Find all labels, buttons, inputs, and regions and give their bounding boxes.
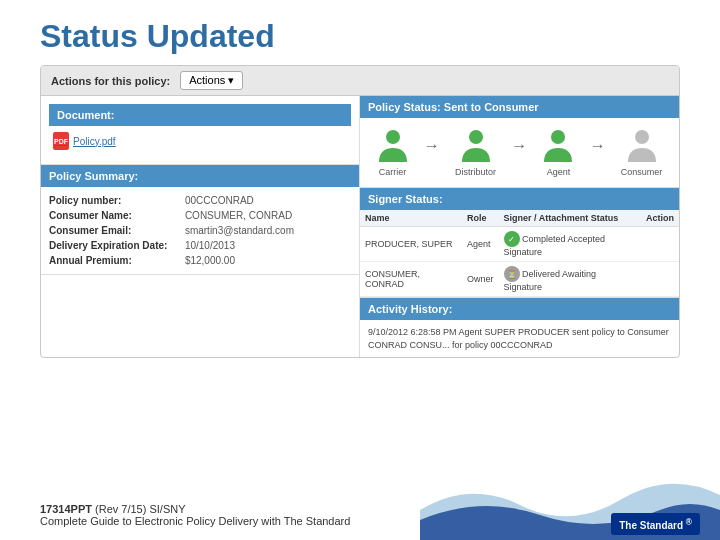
document-header: Document: — [49, 104, 351, 126]
document-section: Document: PDF Policy.pdf — [41, 96, 359, 165]
policy-row-label: Delivery Expiration Date: — [49, 240, 185, 251]
signer-role: Agent — [462, 227, 499, 262]
policy-status-header: Policy Status: Sent to Consumer — [360, 96, 679, 118]
activity-header: Activity History: — [360, 298, 679, 320]
right-column: Policy Status: Sent to Consumer Carrier … — [360, 96, 679, 357]
status-step: Agent — [542, 128, 574, 177]
footer-rev: (Rev 7/15) — [95, 503, 146, 515]
svg-point-0 — [386, 130, 400, 144]
signer-status: ⏳ Delivered Awaiting Signature — [499, 262, 641, 297]
logo-area: The Standard ® — [611, 513, 700, 535]
left-column: Document: PDF Policy.pdf Policy Summary:… — [41, 96, 360, 357]
status-pending-icon: ⏳ — [504, 266, 520, 282]
signer-table-header-row: NameRoleSigner / Attachment StatusAction — [360, 210, 679, 227]
footer-desc: Complete Guide to Electronic Policy Deli… — [40, 515, 350, 527]
policy-row: Consumer Name: CONSUMER, CONRAD — [49, 208, 351, 223]
the-standard-logo: The Standard ® — [611, 513, 700, 535]
policy-pdf-link[interactable]: PDF Policy.pdf — [53, 132, 347, 150]
policy-row-value: CONSUMER, CONRAD — [185, 210, 292, 221]
footer-text: 17314PPT (Rev 7/15) SI/SNY Complete Guid… — [40, 503, 350, 527]
step-label: Agent — [547, 167, 571, 177]
status-arrow: → — [590, 137, 606, 169]
footer-bar: 17314PPT (Rev 7/15) SI/SNY Complete Guid… — [0, 490, 720, 540]
person-icon — [377, 128, 409, 164]
step-label: Carrier — [379, 167, 407, 177]
person-icon — [542, 128, 574, 164]
pdf-icon: PDF — [53, 132, 69, 150]
signer-status: ✓ Completed Accepted Signature — [499, 227, 641, 262]
signer-section: Signer Status: NameRoleSigner / Attachme… — [360, 188, 679, 298]
svg-point-3 — [635, 130, 649, 144]
policy-row: Annual Premium: $12,000.00 — [49, 253, 351, 268]
status-flow: Carrier → Distributor → Agent → Consumer — [360, 118, 679, 187]
policy-row: Consumer Email: smartin3@standard.com — [49, 223, 351, 238]
main-columns: Document: PDF Policy.pdf Policy Summary:… — [41, 96, 679, 357]
policy-row: Delivery Expiration Date: 10/10/2013 — [49, 238, 351, 253]
signer-table-body: PRODUCER, SUPER Agent ✓ Completed Accept… — [360, 227, 679, 297]
doc-number: 17314PPT — [40, 503, 92, 515]
signer-role: Owner — [462, 262, 499, 297]
policy-row-value: smartin3@standard.com — [185, 225, 294, 236]
activity-entry: 9/10/2012 6:28:58 PM Agent SUPER PRODUCE… — [360, 320, 679, 357]
status-step: Consumer — [621, 128, 663, 177]
step-label: Distributor — [455, 167, 496, 177]
person-icon — [626, 128, 658, 164]
status-step: Distributor — [455, 128, 496, 177]
pdf-filename: Policy.pdf — [73, 136, 116, 147]
activity-section: Activity History: 9/10/2012 6:28:58 PM A… — [360, 298, 679, 357]
signer-name: CONSUMER, CONRAD — [360, 262, 462, 297]
signer-col-header: Role — [462, 210, 499, 227]
signer-action — [641, 262, 679, 297]
signer-col-header: Signer / Attachment Status — [499, 210, 641, 227]
svg-point-2 — [551, 130, 565, 144]
status-arrow: → — [511, 137, 527, 169]
signer-row: PRODUCER, SUPER Agent ✓ Completed Accept… — [360, 227, 679, 262]
policy-row-value: 00CCCONRAD — [185, 195, 254, 206]
signer-name: PRODUCER, SUPER — [360, 227, 462, 262]
content-card: Actions for this policy: Actions ▾ Docum… — [40, 65, 680, 358]
actions-button[interactable]: Actions ▾ — [180, 71, 243, 90]
page-title: Status Updated — [0, 0, 720, 65]
policy-row-label: Policy number: — [49, 195, 185, 206]
policy-row-value: 10/10/2013 — [185, 240, 235, 251]
actions-label: Actions for this policy: — [51, 75, 170, 87]
step-label: Consumer — [621, 167, 663, 177]
policy-row-label: Annual Premium: — [49, 255, 185, 266]
policy-table: Policy number: 00CCCONRADConsumer Name: … — [41, 187, 359, 274]
policy-summary-section: Policy Summary: Policy number: 00CCCONRA… — [41, 165, 359, 275]
policy-status-section: Policy Status: Sent to Consumer Carrier … — [360, 96, 679, 188]
policy-summary-header: Policy Summary: — [41, 165, 359, 187]
policy-row-label: Consumer Email: — [49, 225, 185, 236]
logo-name: The Standard — [619, 520, 683, 531]
signer-action — [641, 227, 679, 262]
policy-row-label: Consumer Name: — [49, 210, 185, 221]
status-arrow: → — [424, 137, 440, 169]
policy-row: Policy number: 00CCCONRAD — [49, 193, 351, 208]
policy-row-value: $12,000.00 — [185, 255, 235, 266]
svg-point-1 — [469, 130, 483, 144]
signer-table: NameRoleSigner / Attachment StatusAction… — [360, 210, 679, 297]
signer-col-header: Name — [360, 210, 462, 227]
signer-row: CONSUMER, CONRAD Owner ⏳ Delivered Await… — [360, 262, 679, 297]
signer-col-header: Action — [641, 210, 679, 227]
footer-dept: SI/SNY — [149, 503, 185, 515]
status-complete-icon: ✓ — [504, 231, 520, 247]
status-step: Carrier — [377, 128, 409, 177]
actions-bar: Actions for this policy: Actions ▾ — [41, 66, 679, 96]
person-icon — [460, 128, 492, 164]
logo-registered: ® — [686, 517, 692, 527]
signer-status-header: Signer Status: — [360, 188, 679, 210]
